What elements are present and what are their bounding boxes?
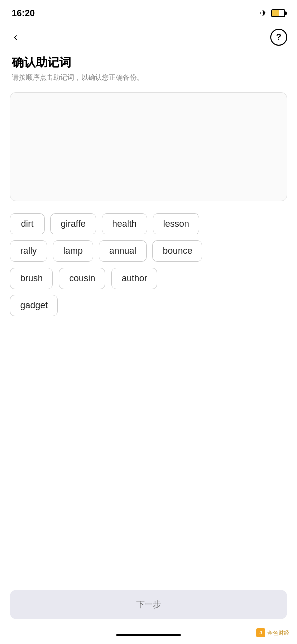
nav-bar: ‹ ? (0, 25, 297, 50)
page-subtitle: 请按顺序点击助记词，以确认您正确备份。 (12, 73, 285, 82)
word-chip-annual[interactable]: annual (99, 240, 147, 262)
word-chip-brush[interactable]: brush (10, 268, 53, 289)
battery-fill (272, 10, 279, 16)
watermark-text: 金色财经 (267, 629, 289, 637)
word-chips-section: dirt giraffe health lesson rally lamp an… (0, 201, 297, 316)
word-chip-giraffe[interactable]: giraffe (50, 213, 96, 234)
help-button[interactable]: ? (270, 29, 287, 46)
word-chip-rally[interactable]: rally (10, 240, 47, 262)
word-chip-gadget[interactable]: gadget (10, 295, 58, 316)
watermark: J 金色财经 (256, 628, 289, 637)
word-chip-lesson[interactable]: lesson (153, 213, 199, 234)
word-chip-health[interactable]: health (102, 213, 147, 234)
watermark-logo: J (256, 628, 265, 637)
word-row-3: brush cousin author (10, 268, 287, 289)
header: 确认助记词 请按顺序点击助记词，以确认您正确备份。 (0, 50, 297, 92)
battery-icon (271, 9, 285, 17)
mnemonic-display-area (10, 92, 287, 201)
home-indicator (116, 634, 181, 636)
word-chip-author[interactable]: author (111, 268, 157, 289)
word-row-2: rally lamp annual bounce (10, 240, 287, 262)
word-row-4: gadget (10, 295, 287, 316)
back-button[interactable]: ‹ (10, 30, 21, 45)
status-bar: 16:20 ✈ (0, 0, 297, 25)
word-chip-dirt[interactable]: dirt (10, 213, 45, 234)
status-icons: ✈ (260, 8, 285, 19)
page-title: 确认助记词 (12, 55, 285, 70)
word-chip-lamp[interactable]: lamp (53, 240, 93, 262)
airplane-icon: ✈ (260, 8, 267, 19)
word-chip-cousin[interactable]: cousin (59, 268, 105, 289)
status-time: 16:20 (12, 8, 35, 19)
word-row-1: dirt giraffe health lesson (10, 213, 287, 234)
next-button[interactable]: 下一步 (10, 590, 287, 619)
word-chip-bounce[interactable]: bounce (152, 240, 202, 262)
